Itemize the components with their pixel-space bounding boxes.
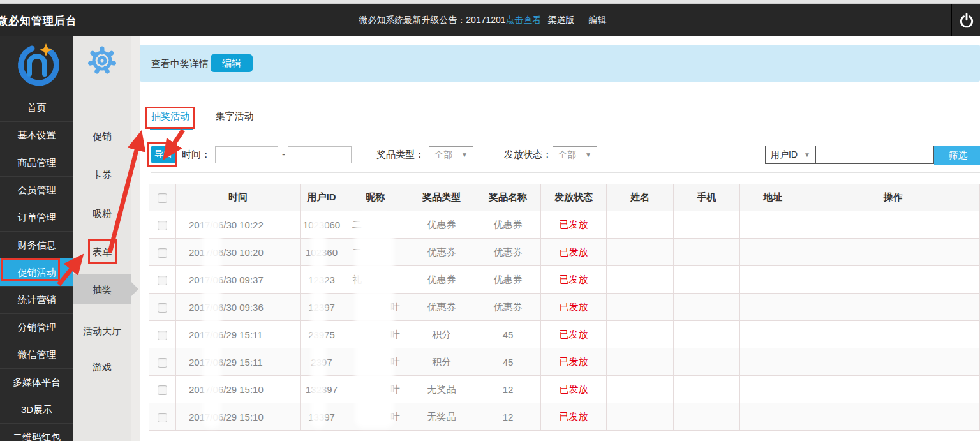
cell: 已发放 — [541, 239, 607, 266]
brand-logo — [0, 36, 73, 94]
submenu-item-6[interactable]: 游戏 — [73, 361, 131, 373]
cell-address — [740, 403, 806, 431]
cell — [149, 239, 176, 266]
announcement-edit-link[interactable]: 编辑 — [588, 15, 606, 25]
cell-nickname: 叶 — [343, 321, 408, 348]
prize-type-select[interactable]: 全部 ▼ — [429, 146, 473, 163]
power-icon[interactable] — [958, 12, 975, 29]
cell-user-id: 23975 — [301, 321, 343, 348]
row-checkbox[interactable] — [158, 248, 167, 258]
sidebar-item-10[interactable]: 多媒体平台 — [0, 368, 73, 396]
cell-prize-name: 45 — [475, 321, 541, 348]
primary-sidebar: 首页基本设置商品管理会员管理订单管理财务信息促销活动统计营销分销管理微信管理多媒… — [0, 36, 73, 441]
cell-prize-type: 优惠券 — [408, 211, 475, 239]
cell-action — [806, 294, 980, 321]
column-header-4: 奖品名称 — [475, 184, 541, 211]
row-checkbox[interactable] — [158, 385, 167, 395]
announcement-text: 微必知系统最新升级公告：20171201 — [359, 15, 505, 25]
select-all-checkbox[interactable] — [158, 193, 167, 203]
submenu-item-4[interactable]: 抽奖 — [73, 284, 131, 296]
time-to-input[interactable] — [288, 146, 352, 163]
row-checkbox[interactable] — [158, 276, 167, 285]
time-from-input[interactable] — [215, 146, 278, 163]
sidebar-item-0[interactable]: 首页 — [0, 94, 73, 121]
sidebar-item-1[interactable]: 基本设置 — [0, 121, 73, 149]
time-range-dash: - — [282, 149, 285, 160]
status-select[interactable]: 全部 ▼ — [553, 146, 597, 163]
cell-nickname: 叶 — [343, 403, 408, 431]
cell-time: 2017/06/29 15:10 — [176, 376, 301, 403]
cell-phone — [674, 321, 740, 348]
cell-time: 2017/06/29 15:10 — [176, 403, 301, 431]
cell — [149, 403, 176, 431]
search-input[interactable] — [815, 146, 934, 164]
page-header-banner: 查看中奖详情 编辑 — [140, 45, 980, 82]
table-row: 2017/06/29 15:1013397叶无奖品12已发放 — [149, 403, 980, 431]
sidebar-item-12[interactable]: 二维码红包 — [0, 423, 73, 441]
tab-word-collect-activity[interactable]: 集字活动 — [215, 110, 253, 128]
cell-address — [740, 294, 806, 321]
gear-icon[interactable] — [87, 45, 117, 76]
column-header-5: 发放状态 — [541, 184, 607, 211]
cell-name — [607, 239, 674, 266]
sidebar-item-4[interactable]: 订单管理 — [0, 204, 73, 231]
chevron-down-icon: ▼ — [804, 151, 810, 158]
sidebar-item-9[interactable]: 微信管理 — [0, 341, 73, 368]
cell-time: 2017/06/29 15:11 — [176, 321, 301, 348]
cell: 已发放 — [541, 403, 607, 431]
row-checkbox[interactable] — [158, 303, 167, 313]
sidebar-item-5[interactable]: 财务信息 — [0, 231, 73, 258]
sidebar-item-8[interactable]: 分销管理 — [0, 313, 73, 341]
filter-button[interactable]: 筛选 — [934, 146, 980, 165]
table-row: 2017/06/29 15:112397叶积分45已发放 — [149, 348, 980, 376]
main-content: 查看中奖详情 编辑 抽奖活动 集字活动 导出 时间： - 奖品类型： 全部 ▼ … — [140, 36, 980, 441]
row-checkbox[interactable] — [158, 331, 167, 340]
cell-user-id: 12397 — [301, 294, 343, 321]
submenu-item-2[interactable]: 吸粉 — [73, 208, 131, 220]
sidebar-item-7[interactable]: 统计营销 — [0, 286, 73, 313]
cell: 已发放 — [541, 266, 607, 294]
edit-button[interactable]: 编辑 — [211, 54, 253, 72]
chevron-down-icon: ▼ — [585, 151, 591, 158]
cell-action — [806, 266, 980, 294]
cell-prize-name: 优惠券 — [475, 266, 541, 294]
cell-action — [806, 376, 980, 403]
submenu-item-3[interactable]: 表单 — [73, 246, 131, 258]
export-button[interactable]: 导出 — [151, 146, 175, 163]
column-header-7: 手机 — [674, 184, 740, 211]
cell — [149, 348, 176, 376]
submenu-item-5[interactable]: 活动大厅 — [73, 325, 131, 338]
announcement-link[interactable]: 点击查看 — [506, 15, 542, 25]
row-checkbox[interactable] — [158, 358, 167, 368]
cell-user-id: 1023060 — [301, 211, 343, 239]
table-row: 2017/06/29 15:1123975叶积分45已发放 — [149, 321, 980, 348]
row-checkbox[interactable] — [158, 221, 167, 230]
cell: 已发放 — [541, 294, 607, 321]
search-field-select[interactable]: 用户ID ▼ — [765, 146, 816, 164]
cell-prize-type: 优惠券 — [408, 294, 475, 321]
tab-lottery-activity[interactable]: 抽奖活动 — [151, 110, 189, 128]
status-badge: 已发放 — [560, 274, 588, 285]
cell-prize-type: 优惠券 — [408, 266, 475, 294]
cell-time: 2017/06/29 15:11 — [176, 348, 301, 376]
sidebar-item-2[interactable]: 商品管理 — [0, 149, 73, 176]
submenu-item-0[interactable]: 促销 — [73, 131, 131, 143]
cell-action — [806, 348, 980, 376]
status-value: 全部 — [558, 149, 576, 161]
row-checkbox[interactable] — [158, 413, 167, 422]
submenu-item-1[interactable]: 卡券 — [73, 169, 131, 181]
sidebar-item-3[interactable]: 会员管理 — [0, 176, 73, 204]
sidebar-item-11[interactable]: 3D展示 — [0, 396, 73, 423]
cell-phone — [674, 376, 740, 403]
cell: 已发放 — [541, 376, 607, 403]
cell-phone — [674, 266, 740, 294]
status-badge: 已发放 — [560, 329, 588, 340]
column-header-0: 时间 — [176, 184, 301, 211]
tab-bar: 抽奖活动 集字活动 — [151, 108, 970, 128]
cell — [149, 266, 176, 294]
cell — [149, 294, 176, 321]
table-row: 2017/06/30 10:221023060二优惠券优惠券已发放 — [149, 211, 980, 239]
cell-time: 2017/06/30 09:37 — [176, 266, 301, 294]
sidebar-item-6[interactable]: 促销活动 — [0, 258, 73, 286]
cell-user-id: 12323 — [301, 266, 343, 294]
